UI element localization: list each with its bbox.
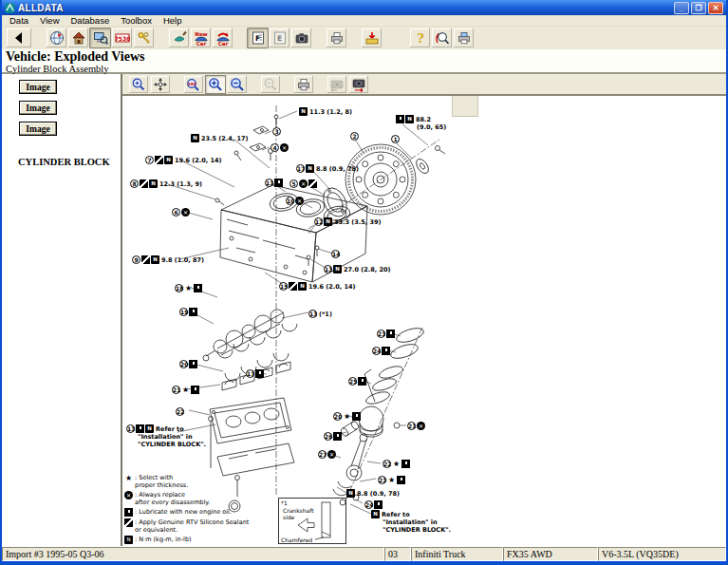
print-report-button[interactable] — [453, 28, 475, 48]
doc-e-button[interactable]: E — [269, 28, 290, 48]
vehicle-search-button[interactable] — [89, 28, 111, 48]
printer-button[interactable] — [326, 28, 347, 48]
zoom-out-blue-button[interactable] — [227, 75, 248, 94]
callout: 20 — [179, 360, 197, 368]
callout: N23.5 (2.4, 17) — [191, 134, 249, 142]
oil-symbol-icon — [386, 330, 395, 338]
nm-symbol-icon: N — [333, 265, 342, 273]
pan-icon — [153, 77, 168, 92]
menu-data[interactable]: Data — [4, 15, 34, 26]
legend-item: ★: Select with proper thickness. — [124, 474, 249, 489]
svg-text:New: New — [195, 31, 207, 37]
replace-symbol-icon: ✕ — [124, 491, 133, 499]
callout-number: 19 — [179, 308, 188, 316]
callout: 9N9.8 (1.0, 87) — [132, 255, 204, 264]
inbox-button[interactable] — [361, 28, 383, 48]
callout-number: 22 — [176, 407, 184, 416]
paint-brush-button[interactable] — [168, 28, 190, 48]
close-button[interactable]: ✕ — [708, 2, 723, 14]
callout: 5✕ — [289, 179, 317, 188]
zoom-in-button[interactable] — [128, 75, 149, 94]
globe-button[interactable] — [46, 28, 67, 48]
restore-button[interactable]: ❐ — [691, 2, 706, 14]
callout: 1 — [391, 135, 400, 143]
callout-number: 1 — [391, 135, 400, 143]
menu-toolbox[interactable]: Toolbox — [115, 15, 158, 26]
zoom-search-icon — [435, 30, 450, 46]
nm-symbol-icon: N — [124, 536, 133, 544]
prev-image-icon — [328, 77, 345, 92]
legend-text: after every disassembly. — [135, 499, 210, 506]
star-symbol-icon: ★ — [343, 412, 351, 421]
legend-item: N: N·m (kg-m, in-lb) — [124, 536, 249, 544]
callout: 23 — [377, 330, 395, 338]
exploded-view-canvas[interactable]: N11.3 (1.2, 8)N23.5 (2.4, 17)34✕N88.2(9.… — [122, 96, 726, 546]
seal-symbol-icon — [289, 282, 297, 291]
svg-text:E: E — [277, 34, 282, 43]
back-arrow-icon — [11, 30, 27, 46]
status-year: 03 — [384, 547, 411, 561]
callout-number: 13 — [126, 424, 135, 433]
zoom-minus-button[interactable] — [260, 75, 281, 94]
window-bottom-border — [2, 561, 726, 565]
new-car-button[interactable]: New Car — [190, 28, 212, 48]
replace-symbol-icon: ✕ — [327, 450, 336, 459]
callout-number: 27 — [318, 450, 327, 459]
help-key-button[interactable]: ? — [409, 28, 431, 48]
nm-symbol-icon: N — [298, 282, 307, 291]
minimize-button[interactable]: _ — [674, 2, 689, 14]
zoom-in-icon — [131, 77, 146, 92]
home-button[interactable] — [67, 28, 89, 48]
legend-text: : Apply Genuine RTV Silicone Sealant — [135, 518, 249, 526]
pan-button[interactable] — [150, 75, 171, 94]
inset-label-1: Crankshaft — [283, 507, 314, 514]
star-symbol-icon: ★ — [387, 476, 396, 484]
zoom-search-button[interactable] — [431, 28, 453, 48]
torque-label: 8.8 (0.9, 78) — [357, 490, 400, 498]
zoom-100-button[interactable]: 100 — [183, 75, 204, 94]
replace-symbol-icon: ✕ — [295, 197, 304, 205]
car-swap-button[interactable]: Car — [212, 28, 233, 48]
next-image-button[interactable] — [348, 75, 369, 94]
menu-database[interactable]: Database — [65, 15, 116, 26]
image-button-1[interactable]: Image — [19, 80, 57, 94]
legend-text: : Always replace — [135, 491, 210, 499]
callout-number: 20 — [333, 412, 342, 421]
doc-f-button[interactable]: F — [247, 28, 269, 48]
camera-button[interactable] — [290, 28, 312, 48]
image-button-3[interactable]: Image — [19, 122, 57, 136]
seal-symbol-icon — [140, 179, 148, 188]
star-symbol-icon: ★ — [392, 460, 401, 468]
legend-item: ✕: Always replace after every disassembl… — [124, 491, 249, 506]
print-image-button[interactable] — [293, 75, 314, 94]
note-line: Refer to — [382, 511, 410, 518]
refer-note: NRefer to"Installation" in"CYLINDER BLOC… — [371, 510, 451, 534]
callout-number: 25 — [348, 377, 357, 386]
callout-number: 11 — [265, 179, 273, 187]
menu-bar: Data View Database Toolbox Help — [2, 15, 726, 27]
callout: N8.8 (0.9, 78) — [346, 489, 400, 498]
menu-view[interactable]: View — [34, 15, 65, 26]
piston-pin-orientation-inset: *1 Crankshaft side Chamfered — [278, 498, 346, 544]
legend-text: : Lubricate with new engine oil. — [135, 508, 232, 516]
star-symbol-icon: ★ — [124, 474, 133, 482]
callout-number: 22 — [383, 460, 391, 468]
prev-image-button[interactable] — [327, 75, 347, 94]
callout: 21★ — [172, 386, 199, 394]
legend-text: : Select with — [135, 474, 188, 481]
menu-help[interactable]: Help — [158, 15, 188, 26]
zoom-in-blue-button[interactable] — [205, 75, 226, 94]
callout-number: 21 — [407, 422, 416, 430]
title-bar[interactable]: ALLDATA _ ❐ ✕ — [2, 0, 726, 15]
digits-button[interactable]: 7530 — [111, 28, 133, 48]
svg-text:100: 100 — [188, 82, 196, 86]
doc-e-icon: E — [272, 30, 288, 46]
note-line: "CYLINDER BLOCK". — [138, 441, 206, 448]
keys-button[interactable] — [133, 28, 155, 48]
status-engine: V6-3.5L (VQ35DE) — [598, 547, 726, 561]
paint-brush-icon — [172, 30, 187, 46]
zoom-in-blue-icon — [208, 77, 223, 92]
back-button[interactable] — [6, 28, 32, 48]
callout: 24 — [364, 500, 383, 509]
image-button-2[interactable]: Image — [19, 101, 57, 115]
